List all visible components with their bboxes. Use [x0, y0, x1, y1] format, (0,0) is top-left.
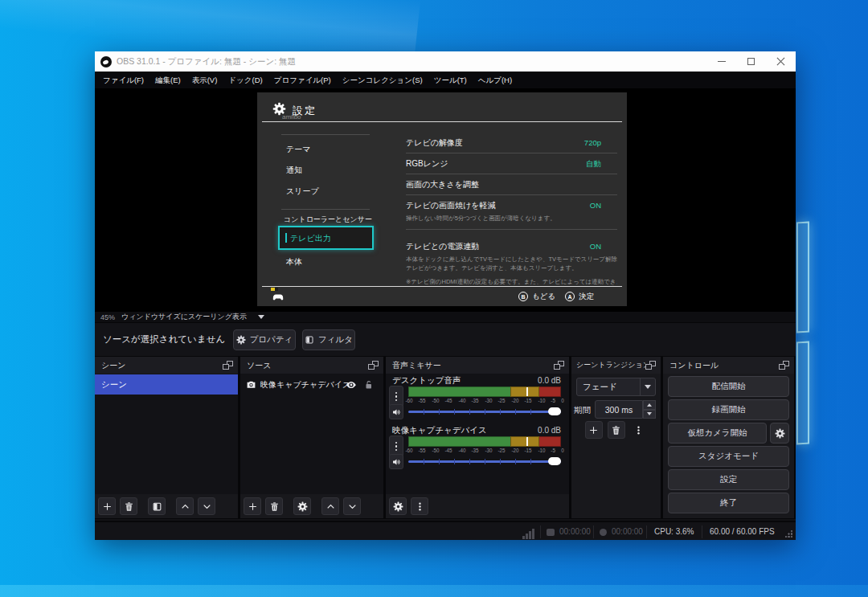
switch-menu-item-amiibo: amiibo: [282, 113, 301, 121]
source-up-button[interactable]: [321, 497, 339, 515]
source-context-bar: ソースが選択されていません プロパティ フィルタ: [95, 323, 796, 356]
source-down-button[interactable]: [343, 497, 361, 515]
mute-button[interactable]: [389, 404, 403, 419]
volume-slider[interactable]: [408, 407, 561, 415]
source-list-item[interactable]: 映像キャプチャデバイス: [240, 374, 383, 395]
menu-item[interactable]: ファイル(F): [97, 72, 149, 88]
ok-label: 決定: [579, 292, 594, 302]
resize-grip[interactable]: [785, 530, 793, 538]
minimize-button[interactable]: [706, 51, 736, 72]
obs-logo-icon: [100, 56, 112, 67]
add-source-button[interactable]: [244, 497, 261, 515]
popout-icon[interactable]: [223, 361, 233, 370]
lock-icon[interactable]: [364, 380, 374, 390]
mixer-menu-button[interactable]: [411, 497, 428, 515]
source-properties-button[interactable]: [293, 497, 311, 515]
menu-item[interactable]: 表示(V): [186, 72, 223, 88]
transition-menu-button[interactable]: [630, 421, 648, 439]
advanced-audio-button[interactable]: [389, 497, 407, 515]
scale-dropdown-caret[interactable]: [258, 315, 264, 319]
scenes-title: シーン: [95, 360, 125, 371]
wallpaper-windows-logo-pane-bottom: [796, 341, 809, 445]
volume-meter: [408, 436, 561, 447]
start-virtual-camera-button[interactable]: 仮想カメラ開始: [668, 423, 767, 444]
duration-spinner[interactable]: [643, 400, 656, 419]
mixer-channel-name: デスクトップ音声: [392, 375, 461, 386]
gamepad-icon: [269, 291, 287, 303]
setting-row-value: ON: [590, 201, 601, 210]
scene-transitions-dock: シーントランジション フェード 期間 300 ms: [571, 357, 661, 518]
scene-down-button[interactable]: [198, 497, 215, 515]
menu-item[interactable]: ヘルプ(H): [473, 72, 518, 88]
exit-button[interactable]: 終了: [668, 493, 789, 513]
menu-item[interactable]: プロファイル(P): [268, 72, 337, 88]
visibility-eye-icon[interactable]: [346, 379, 357, 391]
popout-icon[interactable]: [645, 361, 656, 370]
remove-source-button[interactable]: [265, 497, 283, 515]
wallpaper-light-band: [0, 585, 868, 597]
duration-input[interactable]: 300 ms: [595, 400, 643, 419]
record-time: 00:00:00: [612, 527, 643, 536]
virtual-camera-settings-button[interactable]: [770, 423, 789, 444]
start-recording-button[interactable]: 録画開始: [668, 399, 789, 420]
docks-area: シーン シーン ソース: [95, 356, 796, 519]
volume-meter: [408, 386, 561, 397]
scene-filters-button[interactable]: [148, 497, 166, 515]
switch-menu-item-system: 本体: [286, 256, 302, 268]
transitions-title: シーントランジション: [571, 360, 645, 370]
remove-transition-button[interactable]: [608, 421, 625, 439]
spin-down-icon: [643, 410, 656, 419]
setting-row-note: 操作しない時間が5分つづくと画面が薄暗くなります。: [406, 215, 617, 223]
setting-row-label: RGBレンジ: [406, 158, 448, 170]
menu-item[interactable]: 編集(E): [149, 72, 186, 88]
mute-button[interactable]: [389, 454, 403, 469]
wallpaper-windows-logo-pane-top: [796, 222, 809, 333]
preview-area[interactable]: 設定 amiibo テーマ 通知 スリープ コントローラーとセンサー テレビ出力…: [95, 88, 796, 312]
menu-item[interactable]: ツール(T): [428, 72, 473, 88]
camera-icon: [246, 379, 256, 390]
menu-item[interactable]: ドック(D): [223, 72, 268, 88]
menu-item[interactable]: シーンコレクション(S): [337, 72, 428, 88]
popout-icon[interactable]: [554, 361, 564, 370]
a-button-icon: A: [565, 292, 575, 301]
setting-row-note: 本体をドックに差し込んでTVモードにしたときや、TVモードでスリープ解除したとき…: [406, 256, 617, 264]
close-button[interactable]: [766, 51, 796, 72]
maximize-button[interactable]: [736, 51, 766, 72]
window-title: OBS 31.0.1 - プロファイル: 無題 - シーン: 無題: [117, 56, 296, 67]
controls-dock: コントロール 配信開始 録画開始 仮想カメラ開始 スタジオモード 設定 終了: [663, 357, 794, 518]
scene-up-button[interactable]: [176, 497, 194, 515]
settings-button[interactable]: 設定: [668, 469, 789, 490]
scale-mode-label[interactable]: ウィンドウサイズにスケーリング表示: [121, 312, 258, 322]
properties-button[interactable]: プロパティ: [233, 329, 296, 350]
start-streaming-button[interactable]: 配信開始: [668, 376, 789, 397]
scene-list-item[interactable]: シーン: [95, 374, 238, 395]
sources-dock: ソース 映像キャプチャデバイス: [240, 357, 383, 518]
controls-title: コントロール: [663, 360, 719, 371]
setting-row-value: 720p: [584, 138, 601, 147]
b-button-icon: B: [518, 292, 528, 301]
obs-window: OBS 31.0.1 - プロファイル: 無題 - シーン: 無題 ファイル(F…: [95, 51, 796, 540]
popout-icon[interactable]: [368, 361, 379, 370]
menu-bar: ファイル(F)編集(E)表示(V)ドック(D)プロファイル(P)シーンコレクショ…: [95, 72, 796, 88]
filter-icon: [305, 335, 314, 345]
status-bar: 00:00:00 00:00:00 CPU: 3.6% 60.00 / 60.0…: [95, 521, 796, 540]
setting-row-value: ON: [590, 242, 601, 251]
filters-button[interactable]: フィルタ: [302, 329, 355, 350]
scenes-dock: シーン シーン: [95, 357, 238, 518]
setting-row-label: テレビとの電源連動: [406, 241, 479, 252]
cpu-usage: CPU: 3.6%: [654, 527, 694, 536]
switch-header-divider: [262, 121, 622, 122]
switch-menu-item-tv-output-selected: テレビ出力: [278, 226, 374, 250]
remove-scene-button[interactable]: [120, 497, 137, 515]
setting-row-note: テレビがつきます。テレビを消すと、本体もスリープします。: [406, 264, 617, 272]
transition-select[interactable]: フェード: [576, 378, 656, 396]
add-transition-button[interactable]: [585, 421, 603, 439]
switch-menu-item-notifications: 通知: [286, 165, 302, 176]
popout-icon[interactable]: [779, 361, 789, 370]
switch-menu-item-sleep: スリープ: [286, 186, 319, 197]
meter-scale: -60-55-50-45-40-35-30-25-20-15-10-50: [405, 448, 564, 453]
add-scene-button[interactable]: [98, 497, 116, 515]
volume-slider[interactable]: [408, 457, 561, 465]
studio-mode-button[interactable]: スタジオモード: [668, 446, 789, 467]
sources-title: ソース: [240, 360, 271, 371]
